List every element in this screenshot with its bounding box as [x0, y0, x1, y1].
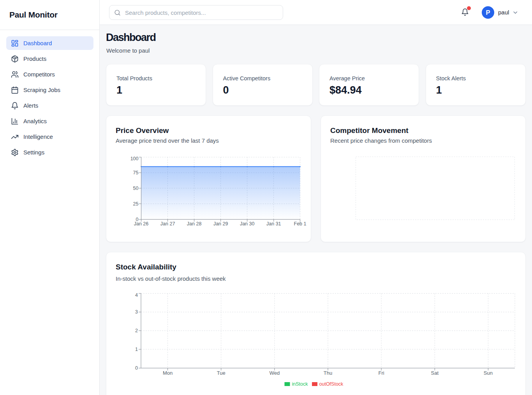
- svg-text:Thu: Thu: [324, 370, 332, 376]
- svg-text:Feb 1: Feb 1: [294, 221, 307, 227]
- svg-text:Jan 27: Jan 27: [160, 221, 175, 227]
- svg-text:inStock: inStock: [292, 381, 308, 387]
- svg-text:Wed: Wed: [270, 370, 280, 376]
- svg-text:Jan 28: Jan 28: [187, 221, 202, 227]
- svg-text:3: 3: [135, 309, 138, 315]
- svg-text:4: 4: [135, 292, 138, 298]
- svg-text:1: 1: [135, 347, 138, 352]
- svg-text:outOfStock: outOfStock: [319, 381, 344, 387]
- svg-text:Tue: Tue: [217, 370, 225, 376]
- svg-text:0: 0: [135, 365, 138, 371]
- svg-text:Jan 31: Jan 31: [266, 221, 281, 227]
- svg-text:Jan 29: Jan 29: [213, 221, 228, 227]
- svg-text:Jan 26: Jan 26: [134, 221, 149, 227]
- svg-text:25: 25: [133, 201, 139, 207]
- svg-text:Fri: Fri: [379, 370, 384, 376]
- svg-text:Sun: Sun: [484, 370, 493, 376]
- svg-text:75: 75: [133, 170, 139, 175]
- svg-text:2: 2: [135, 328, 138, 333]
- svg-text:Jan 30: Jan 30: [240, 221, 255, 227]
- svg-text:100: 100: [130, 156, 139, 161]
- svg-text:50: 50: [133, 186, 139, 191]
- svg-text:Mon: Mon: [163, 370, 173, 376]
- svg-text:Sat: Sat: [431, 370, 439, 376]
